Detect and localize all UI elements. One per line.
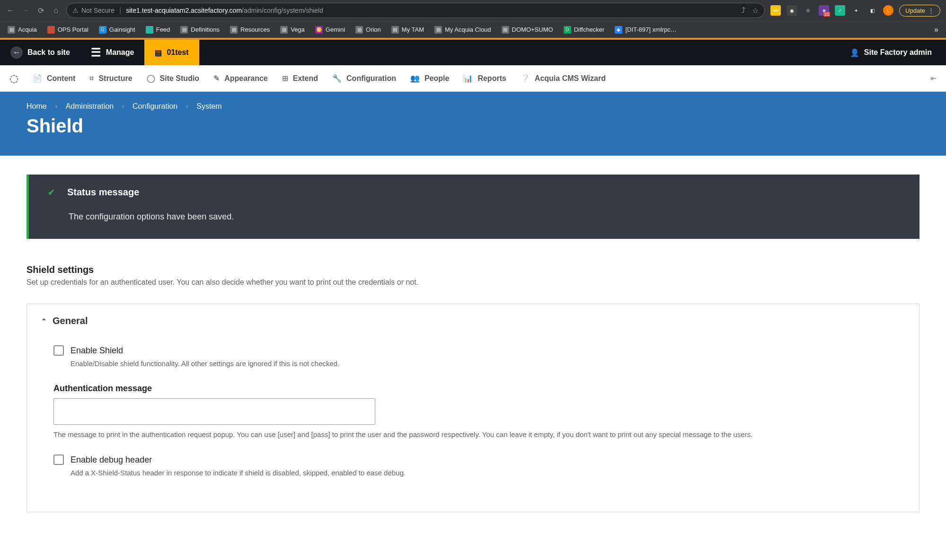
- chevron-right-icon: ›: [122, 103, 124, 110]
- settings-title: Shield settings: [27, 264, 919, 275]
- enable-shield-checkbox[interactable]: [53, 345, 64, 356]
- bookmark-label: My TAM: [402, 26, 424, 33]
- bookmark-label: OPS Portal: [58, 26, 88, 33]
- extension-icon[interactable]: ✓: [835, 5, 845, 16]
- warning-icon: ⚠: [72, 7, 79, 14]
- bookmark-label: Vega: [291, 26, 305, 33]
- update-button[interactable]: Update ⋮: [899, 5, 940, 17]
- bookmark-vega[interactable]: ▤Vega: [280, 26, 305, 34]
- back-icon[interactable]: ←: [6, 6, 15, 15]
- menu-extend[interactable]: ⊞Extend: [282, 74, 318, 83]
- bookmark-resources[interactable]: ▤Resources: [230, 26, 270, 34]
- environment-label: 01test: [167, 48, 188, 57]
- back-to-site-button[interactable]: ← Back to site: [0, 40, 80, 65]
- bookmark-my-tam[interactable]: ▤My TAM: [391, 26, 424, 34]
- breadcrumb-home[interactable]: Home: [27, 102, 47, 111]
- enable-shield-label: Enable Shield: [71, 346, 123, 356]
- manage-button[interactable]: ☰ Manage: [80, 40, 145, 65]
- environment-indicator[interactable]: ▤ 01test: [144, 40, 199, 65]
- bookmark-gemini[interactable]: ♊Gemini: [315, 26, 345, 34]
- hamburger-icon: ☰: [91, 46, 101, 59]
- circle-icon: ◯: [147, 74, 155, 83]
- address-bar[interactable]: ⚠ Not Secure | site1.test-acquiatam2.acs…: [66, 3, 765, 18]
- bookmark-dit-897[interactable]: ◆[DIT-897] xmlrpc…: [615, 26, 676, 34]
- folder-icon: ▤: [391, 26, 399, 34]
- star-icon[interactable]: ☆: [752, 6, 759, 15]
- status-message: ✔ Status message The configuration optio…: [27, 175, 919, 239]
- panel-icon[interactable]: ◧: [867, 5, 877, 16]
- extension-badge: 23: [823, 12, 830, 17]
- share-icon[interactable]: ⤴: [742, 6, 745, 15]
- bookmark-orion[interactable]: ▤Orion: [355, 26, 381, 34]
- folder-icon: ▤: [180, 26, 188, 34]
- menu-reports[interactable]: 📊Reports: [463, 74, 506, 83]
- bookmark-label: My Acquia Cloud: [445, 26, 491, 33]
- menu-label: Reports: [477, 74, 506, 83]
- home-icon[interactable]: ⌂: [51, 6, 61, 15]
- url-path: /admin/config/system/shield: [242, 7, 323, 14]
- bookmarks-overflow-icon[interactable]: »: [934, 26, 938, 34]
- bookmark-gainsight[interactable]: GGainsight: [99, 26, 135, 34]
- enable-shield-item: Enable Shield Enable/Disable shield func…: [53, 345, 905, 368]
- forward-icon[interactable]: →: [21, 6, 30, 15]
- bookmark-domo-sumo[interactable]: ▤DOMO+SUMO: [502, 26, 553, 34]
- profile-avatar[interactable]: L: [883, 5, 893, 16]
- extensions-area: ••• ◉ ♻ ★23 ✓ ✦ ◧ L Update ⋮: [770, 5, 940, 17]
- update-label: Update: [905, 7, 925, 14]
- chevron-up-icon: ⌃: [41, 317, 47, 325]
- people-icon: 👥: [410, 74, 420, 83]
- menu-people[interactable]: 👥People: [410, 74, 449, 83]
- extension-icon[interactable]: ◉: [787, 5, 797, 16]
- bookmark-ops-portal[interactable]: OPS Portal: [47, 26, 88, 34]
- bookmark-diffchecker[interactable]: DDiffchecker: [564, 26, 605, 34]
- bookmark-label: Acquia: [18, 26, 37, 33]
- drupal-toolbar: ← Back to site ☰ Manage ▤ 01test 👤 Site …: [0, 40, 946, 65]
- menu-structure[interactable]: ⌗Structure: [89, 74, 132, 83]
- general-legend-label: General: [53, 315, 88, 326]
- extension-icon[interactable]: ★23: [819, 5, 829, 16]
- page-title: Shield: [27, 115, 919, 137]
- browser-toolbar: ← → ⟳ ⌂ ⚠ Not Secure | site1.test-acquia…: [0, 0, 946, 21]
- bookmark-label: Definitions: [191, 26, 220, 33]
- bookmark-acquia[interactable]: ▤Acquia: [8, 26, 37, 34]
- breadcrumb-system[interactable]: System: [196, 102, 221, 111]
- page-header: Home › Administration › Configuration › …: [0, 92, 946, 156]
- site-icon: G: [99, 26, 106, 34]
- breadcrumb-configuration[interactable]: Configuration: [133, 102, 177, 111]
- menu-wizard[interactable]: ❔Acquia CMS Wizard: [521, 74, 606, 83]
- menu-configuration[interactable]: 🔧Configuration: [332, 74, 396, 83]
- collapse-icon[interactable]: ⇤: [930, 74, 937, 83]
- user-icon: 👤: [850, 48, 859, 57]
- bookmark-label: Orion: [366, 26, 381, 33]
- auth-message-input[interactable]: [53, 398, 375, 425]
- menu-appearance[interactable]: ✎Appearance: [213, 74, 268, 83]
- extension-icon[interactable]: •••: [770, 5, 781, 16]
- list-icon: ▤: [155, 48, 162, 57]
- breadcrumb: Home › Administration › Configuration › …: [27, 102, 919, 111]
- menu-label: Acquia CMS Wizard: [535, 74, 606, 83]
- menu-label: People: [424, 74, 449, 83]
- user-menu[interactable]: 👤 Site Factory admin: [850, 48, 946, 57]
- extension-icon[interactable]: ♻: [803, 5, 813, 16]
- reload-icon[interactable]: ⟳: [36, 6, 45, 15]
- not-secure-label: Not Secure: [81, 7, 115, 14]
- chevron-right-icon: ›: [186, 103, 188, 110]
- enable-shield-description: Enable/Disable shield functionality. All…: [71, 359, 905, 368]
- arrow-left-icon: ←: [10, 46, 23, 59]
- debug-header-checkbox[interactable]: [53, 455, 64, 465]
- url-text: site1.test-acquiatam2.acsitefactory.com/…: [126, 6, 323, 15]
- bookmark-label: Gemini: [326, 26, 345, 33]
- menu-content[interactable]: 📄Content: [33, 74, 75, 83]
- wrench-icon: 🔧: [332, 74, 342, 83]
- bookmark-definitions[interactable]: ▤Definitions: [180, 26, 220, 34]
- general-legend[interactable]: ⌃ General: [41, 315, 905, 326]
- breadcrumb-administration[interactable]: Administration: [66, 102, 114, 111]
- puzzle-icon: ⊞: [282, 74, 288, 83]
- extensions-menu-icon[interactable]: ✦: [851, 5, 861, 16]
- folder-icon: ▤: [434, 26, 442, 34]
- menu-site-studio[interactable]: ◯Site Studio: [147, 74, 200, 83]
- url-host: site1.test-acquiatam2.acsitefactory.com: [126, 7, 242, 14]
- drupal-logo-icon[interactable]: ◌: [9, 72, 18, 85]
- bookmark-my-acquia-cloud[interactable]: ▤My Acquia Cloud: [434, 26, 491, 34]
- bookmark-feed[interactable]: Feed: [146, 26, 170, 34]
